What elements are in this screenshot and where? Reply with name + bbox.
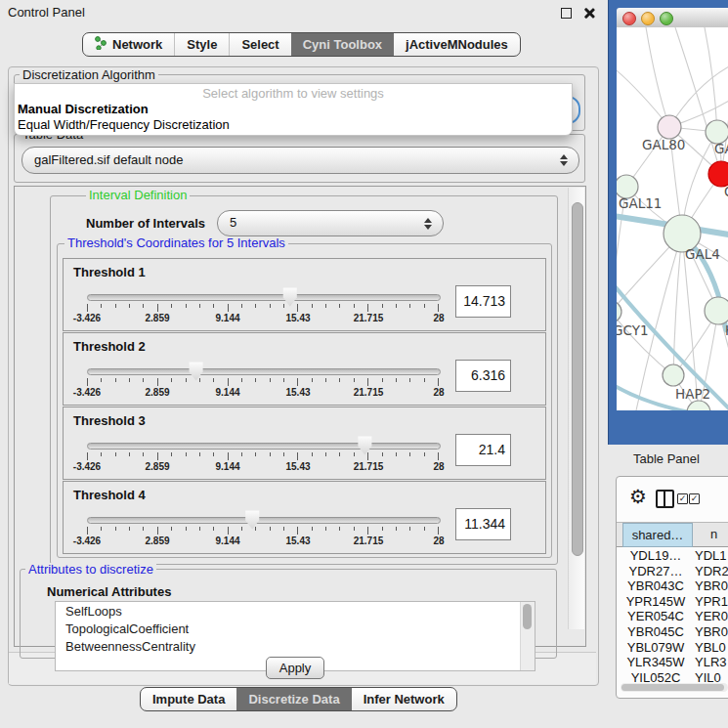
tick-label: 28 — [433, 461, 444, 472]
cell-shared-name[interactable]: YLR345W — [621, 655, 691, 669]
checkbox-icon-1[interactable]: ✓ — [677, 493, 688, 504]
combobox-spinner-icon[interactable] — [560, 154, 568, 166]
network-node[interactable] — [705, 297, 728, 324]
tick-label: 15.43 — [285, 535, 310, 546]
close-icon[interactable] — [583, 7, 595, 19]
threshold-label: Threshold 1 — [73, 265, 146, 279]
attributes-scrollbar-thumb[interactable] — [523, 604, 532, 629]
cell-name[interactable]: YBL0 — [695, 640, 728, 655]
threshold-value-field[interactable]: 21.4 — [455, 434, 511, 466]
slider-ticks — [87, 304, 439, 313]
tab-discretize-data[interactable]: Discretize Data — [236, 688, 351, 710]
attributes-scrollbar[interactable] — [520, 602, 535, 670]
num-intervals-combobox[interactable]: 5 — [217, 210, 444, 236]
cell-name[interactable]: YDL1 — [695, 548, 728, 563]
close-light[interactable] — [622, 12, 636, 25]
slider-track[interactable] — [87, 368, 441, 375]
table-row-ybr043c[interactable]: YBR043CYBR0 — [617, 578, 728, 594]
tick-label: 9.144 — [215, 461, 239, 472]
node-label-hap2: HAP2 — [675, 386, 710, 402]
threshold-value-field[interactable]: 6.316 — [455, 360, 511, 392]
table-row-ybr045c[interactable]: YBR045CYBR0 — [617, 624, 728, 640]
table-data-combobox[interactable]: galFiltered.sif default node — [21, 147, 579, 174]
tab-cyni-toolbox[interactable]: Cyni Toolbox — [291, 33, 394, 56]
horizontal-scrollbar-thumb[interactable] — [621, 684, 724, 691]
table-row-ylr345w[interactable]: YLR345WYLR3 — [617, 655, 728, 670]
cell-name[interactable]: YBR0 — [695, 578, 728, 593]
algorithm-dropdown-popup: Select algorithm to view settings Manual… — [14, 83, 573, 136]
algorithm-group-title: Discretization Algorithm — [20, 68, 158, 82]
network-canvas[interactable]: GAL80GACGAL11GAL4GCY1HHAP2 — [617, 27, 728, 410]
attribute-item-selfloops[interactable]: SelfLoops — [56, 602, 535, 620]
dropdown-option-manual-discretization[interactable]: Manual Discretization — [18, 102, 149, 116]
node-label-c: C — [724, 184, 728, 199]
table-row-ypr145w[interactable]: YPR145WYPR1 — [617, 594, 728, 610]
tab-impute-data[interactable]: Impute Data — [141, 688, 236, 710]
dropdown-option-equal-width-frequency[interactable]: Equal Width/Frequency Discretization — [18, 117, 230, 132]
tab-network[interactable]: Network — [83, 33, 174, 56]
table-row-yer054c[interactable]: YER054CYER0 — [617, 609, 728, 624]
node-label-gal11: GAL11 — [619, 195, 662, 211]
cell-shared-name[interactable]: YBL079W — [621, 640, 691, 655]
top-tab-strip: NetworkStyleSelectCyni ToolboxjActiveMNo… — [82, 32, 521, 57]
network-node[interactable] — [663, 364, 684, 386]
tab-style[interactable]: Style — [174, 33, 229, 56]
cell-shared-name[interactable]: YPR145W — [621, 594, 691, 609]
tick-label: 2.859 — [145, 313, 169, 323]
cell-name[interactable]: YBR0 — [695, 624, 728, 639]
vertical-scrollbar[interactable] — [568, 188, 584, 629]
slider-scale: -3.4262.8599.14415.4321.71528 — [87, 313, 439, 324]
network-node[interactable] — [687, 401, 710, 410]
apply-button[interactable]: Apply — [266, 657, 324, 679]
cell-shared-name[interactable]: YDL19… — [621, 548, 691, 563]
tick-label: 9.144 — [215, 313, 239, 323]
minimize-light[interactable] — [641, 12, 655, 25]
columns-icon[interactable] — [656, 490, 674, 508]
scrollbar-thumb[interactable] — [572, 202, 583, 556]
slider-track[interactable] — [87, 517, 441, 524]
cell-shared-name[interactable]: YBR045C — [621, 624, 691, 639]
cell-shared-name[interactable]: YDR27… — [621, 564, 691, 578]
num-intervals-spinner-icon[interactable] — [424, 218, 432, 230]
float-window-icon[interactable] — [561, 8, 572, 19]
cell-name[interactable]: YER0 — [695, 609, 728, 623]
column-header-name[interactable]: n — [693, 524, 728, 545]
slider-ticks — [87, 378, 439, 387]
tab-label: Discretize Data — [248, 692, 339, 707]
attribute-item-betweennesscentrality[interactable]: BetweennessCentrality — [56, 637, 535, 655]
checkbox-icon-2[interactable]: ✓ — [689, 493, 700, 504]
zoom-light[interactable] — [660, 12, 673, 25]
tick-label: 21.715 — [354, 387, 384, 398]
column-header-shared[interactable]: shared… — [622, 523, 693, 547]
tab-infer-network[interactable]: Infer Network — [352, 688, 456, 710]
table-row-ybl079w[interactable]: YBL079WYBL0 — [617, 640, 728, 656]
tab-label: Select — [241, 37, 278, 52]
network-node[interactable] — [658, 115, 681, 139]
table-row-ydl19[interactable]: YDL19…YDL1 — [617, 548, 728, 564]
threshold-value-field[interactable]: 11.344 — [455, 508, 511, 540]
table-row-ydr27[interactable]: YDR27…YDR2 — [617, 564, 728, 579]
tab-jactivemnodules[interactable]: jActiveMNodules — [394, 33, 520, 56]
cell-shared-name[interactable]: YER054C — [621, 609, 691, 623]
cell-name[interactable]: YLR3 — [695, 655, 728, 669]
tick-label: -3.426 — [73, 461, 101, 472]
num-intervals-value: 5 — [230, 215, 236, 230]
tab-label: Network — [112, 37, 162, 52]
gear-icon[interactable]: ⚙ — [629, 487, 647, 506]
threshold-value-field[interactable]: 14.713 — [455, 285, 511, 318]
network-view-window[interactable]: GAL80GACGAL11GAL4GCY1HHAP2 — [608, 0, 728, 445]
cell-shared-name[interactable]: YBR043C — [621, 578, 691, 593]
network-node[interactable] — [617, 301, 621, 322]
attribute-item-topologicalcoefficient[interactable]: TopologicalCoefficient — [56, 620, 535, 637]
slider-track[interactable] — [87, 294, 441, 301]
numerical-attributes-label: Numerical Attributes — [47, 584, 171, 599]
threshold-panel-3: Threshold 3-3.4262.8599.14415.4321.71528… — [63, 407, 546, 480]
cell-name[interactable]: YPR1 — [695, 594, 728, 609]
network-window-titlebar[interactable] — [617, 8, 728, 28]
horizontal-scrollbar[interactable] — [621, 683, 728, 692]
tab-select[interactable]: Select — [229, 33, 290, 56]
threshold-label: Threshold 4 — [73, 488, 146, 502]
cell-name[interactable]: YDR2 — [695, 564, 728, 578]
tab-label: Style — [187, 37, 217, 52]
slider-track[interactable] — [87, 443, 441, 450]
